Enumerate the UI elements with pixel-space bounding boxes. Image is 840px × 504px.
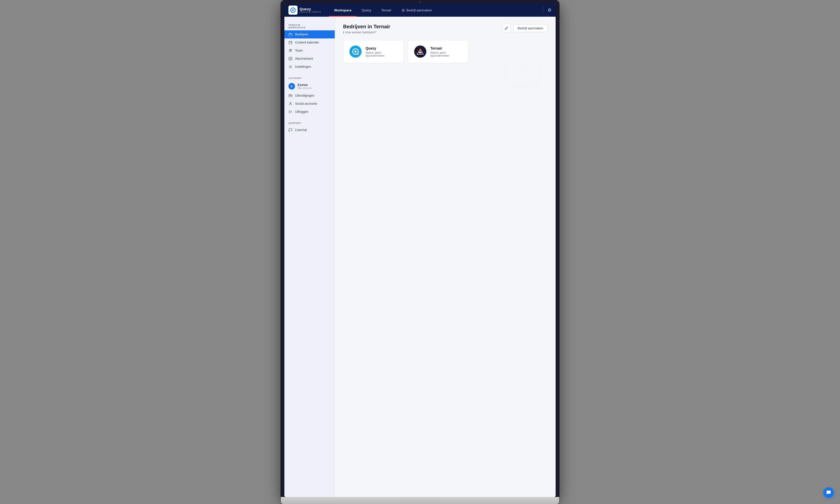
content-area: Bedrijven in Ternair ℹ Hoe werken bedrij…	[335, 17, 556, 497]
brand-name: Quezy	[300, 7, 321, 11]
page-title: Bedrijven in Ternair	[343, 24, 390, 30]
svg-point-1	[292, 10, 294, 11]
sidebar-social-label: Social accounts	[295, 102, 317, 106]
uitnodigingen-icon	[288, 94, 293, 97]
top-nav: Quezy powered by TERN·IR Workspace Quezy…	[284, 3, 556, 17]
sidebar-item-uitloggen[interactable]: Uitloggen	[284, 108, 335, 116]
svg-point-14	[290, 66, 291, 67]
account-name: Esmee	[298, 83, 312, 87]
sidebar-item-social-accounts[interactable]: Social accounts	[284, 100, 335, 108]
sidebar-item-bedrijven[interactable]: Bedrijven	[284, 30, 335, 38]
svg-rect-3	[290, 33, 291, 34]
ternair-info: Ternair Status: geen bijzonderheden	[431, 46, 462, 57]
company-card-quezy[interactable]: Quezy Status: geen bijzonderheden	[343, 40, 404, 63]
sidebar-instellingen-label: Instellingen	[295, 65, 311, 69]
nav-tab-workspace[interactable]: Workspace	[329, 3, 356, 17]
nav-tabs: Workspace Quezy Ternair ⊕ Bedrijf aanmak…	[329, 3, 437, 17]
svg-marker-24	[422, 53, 423, 54]
trackpad-notch	[400, 500, 440, 502]
watermark	[500, 47, 545, 94]
svg-point-9	[291, 49, 292, 50]
account-sub: Mijn account	[298, 87, 312, 90]
quezy-name: Quezy	[366, 46, 398, 50]
svg-line-27	[534, 81, 542, 90]
sidebar: TERNAIR WORKSPACE Bedrijven	[284, 17, 335, 497]
sidebar-support-section: SUPPORT	[284, 119, 335, 126]
sidebar-item-account[interactable]: E Esmee Mijn account	[284, 81, 335, 92]
page-header: Bedrijven in Ternair ℹ Hoe werken bedrij…	[343, 24, 547, 34]
sidebar-bedrijven-label: Bedrijven	[295, 33, 308, 36]
account-avatar: E	[288, 83, 295, 90]
kalender-icon	[288, 40, 293, 44]
svg-point-26	[517, 64, 528, 75]
nav-tab-create[interactable]: ⊕ Bedrijf aanmaken	[397, 3, 437, 17]
brand-sub: powered by TERN·IR	[300, 11, 321, 13]
sidebar-team-label: Team	[295, 49, 303, 52]
svg-point-16	[290, 103, 291, 104]
sidebar-item-abonnement[interactable]: Abonnement	[284, 55, 335, 63]
sidebar-account-section: ACCOUNT	[284, 74, 335, 81]
nav-tab-ternair[interactable]: Ternair	[376, 3, 397, 17]
sidebar-item-team[interactable]: Team	[284, 47, 335, 55]
uitloggen-icon	[288, 110, 293, 114]
svg-rect-4	[289, 41, 292, 44]
create-company-button[interactable]: Bedrijf aanmaken	[513, 24, 547, 32]
abonnement-icon	[288, 57, 293, 61]
social-accounts-icon	[288, 102, 293, 106]
sidebar-uitnodigingen-label: Uitnodigingen	[295, 94, 314, 97]
sidebar-abonnement-label: Abonnement	[295, 57, 313, 60]
info-icon: ℹ	[343, 31, 344, 34]
sidebar-workspace-label: TERNAIR WORKSPACE	[284, 21, 335, 30]
page-title-group: Bedrijven in Ternair ℹ Hoe werken bedrij…	[343, 24, 390, 34]
sidebar-item-content-kalender[interactable]: Content kalender	[284, 38, 335, 47]
sidebar-kalender-label: Content kalender	[295, 41, 319, 44]
page-subtitle[interactable]: ℹ Hoe werken bedrijven?	[343, 31, 390, 34]
nav-tab-quezy[interactable]: Quezy	[357, 3, 377, 17]
company-card-ternair[interactable]: Ternair Status: geen bijzonderheden	[408, 40, 469, 63]
main-layout: TERNAIR WORKSPACE Bedrijven	[284, 17, 556, 497]
sidebar-item-uitnodigingen[interactable]: Uitnodigingen	[284, 92, 335, 100]
livechat-icon	[288, 128, 293, 132]
chat-fab-button[interactable]	[823, 487, 834, 498]
team-icon	[288, 49, 293, 53]
svg-point-19	[354, 51, 356, 53]
svg-rect-2	[289, 34, 292, 36]
sidebar-item-instellingen[interactable]: Instellingen	[284, 63, 335, 71]
ternair-name: Ternair	[431, 46, 462, 50]
settings-icon[interactable]: ⚙	[547, 7, 552, 13]
instellingen-icon	[288, 65, 293, 69]
quezy-status: Status: geen bijzonderheden	[366, 51, 398, 57]
bedrijven-icon	[288, 32, 293, 36]
ternair-status: Status: geen bijzonderheden	[431, 51, 462, 57]
logo-icon	[288, 5, 298, 15]
quezy-logo	[349, 46, 362, 58]
sidebar-uitloggen-label: Uitloggen	[295, 110, 309, 113]
logo-area[interactable]: Quezy powered by TERN·IR	[288, 5, 321, 15]
edit-button[interactable]	[502, 24, 511, 32]
ternair-logo	[414, 46, 426, 58]
page-actions: Bedrijf aanmaken	[502, 24, 547, 32]
svg-point-8	[290, 49, 291, 51]
quezy-info: Quezy Status: geen bijzonderheden	[366, 46, 398, 57]
nav-right: ⚙	[543, 6, 552, 14]
laptop-base	[281, 497, 559, 504]
sidebar-livechat-label: Livechat	[295, 128, 307, 132]
svg-line-20	[357, 53, 358, 55]
sidebar-item-livechat[interactable]: Livechat	[284, 126, 335, 134]
